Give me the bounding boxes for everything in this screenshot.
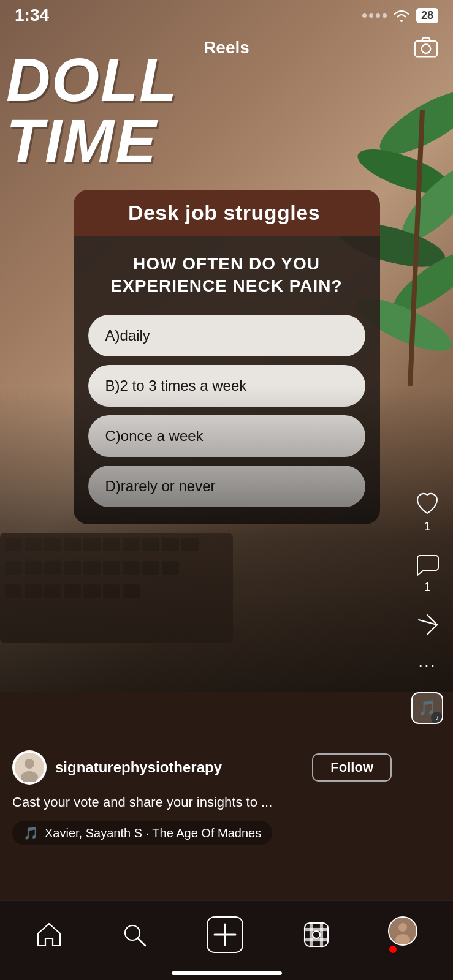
caption: Cast your vote and share your insights t… (12, 793, 392, 812)
comment-icon (414, 551, 441, 578)
comment-button[interactable]: 1 (414, 551, 441, 594)
music-info: Xavier, Sayanth S · The Age Of Madnes (45, 826, 261, 840)
camera-button[interactable] (414, 36, 438, 60)
home-indicator (172, 971, 282, 975)
battery-indicator: 28 (416, 8, 438, 23)
music-note-badge: ♪ (431, 712, 443, 724)
nav-home-button[interactable] (26, 916, 72, 953)
svg-rect-24 (321, 923, 322, 946)
poll-card: Desk job struggles HOW OFTEN DO YOU EXPE… (74, 190, 380, 524)
poll-body: HOW OFTEN DO YOU EXPERIENCE NECK PAIN? A… (74, 236, 380, 524)
status-time: 1:34 (15, 6, 49, 25)
poll-options: A)daily B)2 to 3 times a week C)once a w… (88, 315, 365, 507)
comment-count: 1 (424, 580, 430, 594)
music-thumbnail: 🎵 ♪ (411, 692, 443, 724)
notification-dot (389, 946, 397, 953)
bottom-info: signaturephysiotherapy Follow Cast your … (0, 750, 404, 845)
svg-rect-7 (415, 41, 437, 56)
reels-icon (303, 921, 330, 948)
nav-reels-button[interactable] (293, 916, 340, 953)
username: signaturephysiotherapy (55, 759, 303, 776)
poll-option-d[interactable]: D)rarely or never (88, 466, 365, 507)
poll-title-bar: Desk job struggles (74, 190, 380, 236)
doll-time-banner: DOLL TIME (6, 49, 178, 172)
svg-rect-21 (305, 929, 328, 930)
top-navigation: Reels (0, 31, 453, 65)
svg-rect-20 (305, 923, 328, 946)
svg-rect-23 (310, 923, 312, 946)
svg-point-8 (422, 44, 431, 53)
heart-icon (414, 490, 441, 517)
user-row: signaturephysiotherapy Follow (12, 750, 392, 785)
poll-question: HOW OFTEN DO YOU EXPERIENCE NECK PAIN? (88, 253, 365, 298)
svg-point-27 (398, 923, 407, 932)
search-icon (121, 921, 148, 948)
svg-line-16 (138, 938, 145, 946)
more-dots-icon: ··· (418, 655, 436, 675)
svg-rect-22 (305, 939, 328, 941)
music-bar: 🎵 Xavier, Sayanth S · The Age Of Madnes (12, 821, 272, 845)
poll-title: Desk job struggles (128, 201, 320, 225)
poll-option-a[interactable]: A)daily (88, 315, 365, 356)
share-icon (414, 611, 441, 638)
side-actions: 1 1 ··· 🎵 ♪ (411, 490, 443, 724)
add-icon (206, 916, 244, 954)
share-button[interactable] (414, 611, 441, 638)
bottom-navigation (0, 900, 453, 980)
profile-avatar (388, 916, 417, 946)
signal-icon (362, 13, 387, 18)
like-button[interactable]: 1 (414, 490, 441, 533)
status-icons: 28 (362, 8, 438, 23)
doll-line2: TIME (6, 110, 178, 172)
music-note-icon: 🎵 (23, 826, 39, 840)
poll-option-c[interactable]: C)once a week (88, 415, 365, 457)
nav-search-button[interactable] (111, 916, 158, 953)
keyboard-visual (0, 533, 233, 643)
home-icon (36, 921, 63, 948)
wifi-icon (393, 9, 410, 22)
avatar (12, 750, 47, 785)
nav-profile-button[interactable] (378, 911, 427, 951)
page-title: Reels (204, 38, 249, 58)
svg-line-10 (427, 625, 437, 635)
like-count: 1 (424, 519, 430, 533)
poll-option-b[interactable]: B)2 to 3 times a week (88, 365, 365, 407)
svg-point-25 (313, 931, 320, 938)
nav-profile-container (378, 911, 427, 958)
camera-icon (414, 36, 438, 58)
status-bar: 1:34 28 (0, 0, 453, 31)
svg-point-13 (25, 759, 34, 769)
nav-add-button[interactable] (196, 911, 254, 959)
follow-button[interactable]: Follow (312, 753, 392, 782)
more-button[interactable]: ··· (418, 655, 436, 675)
